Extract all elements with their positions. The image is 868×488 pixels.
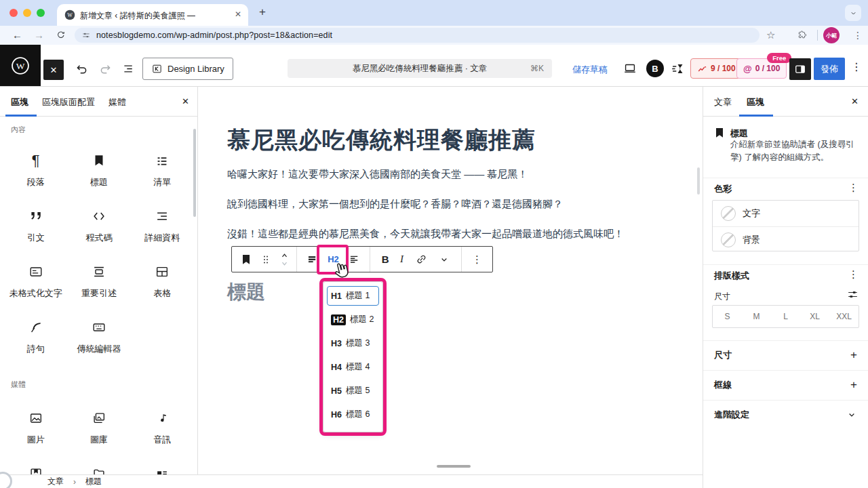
link-icon[interactable] xyxy=(415,253,428,266)
block-item-verse[interactable]: 詩句 xyxy=(4,319,67,356)
browser-tab[interactable]: W 新增文章 ‹ 諾特斯的美食護照 — ✕ xyxy=(57,4,248,26)
block-movers[interactable] xyxy=(279,251,290,268)
undo-icon[interactable] xyxy=(73,60,91,77)
canvas-resize-handle[interactable] xyxy=(437,465,471,468)
menu-item-h5[interactable]: H5 標題 5 xyxy=(323,379,382,403)
editor-options-icon[interactable]: ⋮ xyxy=(851,60,862,73)
bars-icon[interactable] xyxy=(306,253,319,266)
sidebar-scrollbar[interactable] xyxy=(193,129,196,217)
post-title[interactable]: 慕尼黑必吃傳統料理餐廳推薦 xyxy=(227,125,536,156)
text-color-row[interactable]: 文字 xyxy=(713,201,859,226)
menu-item-h1[interactable]: H1 標題 1 xyxy=(323,284,382,308)
forward-button[interactable]: → xyxy=(34,29,44,41)
wordpress-logo[interactable] xyxy=(0,45,41,86)
settings-panel-toggle[interactable] xyxy=(789,58,811,80)
block-options-icon[interactable]: ⋮ xyxy=(472,253,482,266)
document-overview-icon[interactable] xyxy=(119,60,137,77)
size-option-xl[interactable]: XL xyxy=(800,306,829,327)
redo-icon[interactable] xyxy=(96,60,114,77)
command-palette[interactable]: 慕尼黑必吃傳統料理餐廳推薦 · 文章 ⌘K xyxy=(288,59,552,78)
tab-search-button[interactable] xyxy=(845,5,861,21)
border-panel[interactable]: 框線 + xyxy=(703,370,868,400)
typography-options-icon[interactable]: ⋮ xyxy=(848,268,859,281)
profile-avatar[interactable]: 小範 xyxy=(823,27,840,43)
menu-item-h4[interactable]: H4 標題 4 xyxy=(323,355,382,379)
kadence-icon[interactable] xyxy=(669,60,686,77)
size-option-s[interactable]: S xyxy=(713,306,742,327)
block-item-image[interactable]: 圖片 xyxy=(4,409,67,447)
window-zoom-button[interactable] xyxy=(37,9,45,17)
menu-item-h3[interactable]: H3 標題 3 xyxy=(323,331,382,355)
window-close-button[interactable] xyxy=(9,9,18,17)
menu-item-h6[interactable]: H6 標題 6 xyxy=(323,403,382,426)
size-settings-sliders-icon[interactable] xyxy=(846,288,859,301)
menu-item-h2[interactable]: H2 標題 2 xyxy=(323,308,382,331)
size-option-xxl[interactable]: XXL xyxy=(829,306,859,327)
block-item-media-text[interactable] xyxy=(131,465,194,474)
tab-block[interactable]: 區塊 xyxy=(747,96,764,108)
color-options-icon[interactable]: ⋮ xyxy=(848,182,859,194)
typography-panel-title[interactable]: 排版樣式 xyxy=(714,270,749,282)
classic-editor-icon xyxy=(92,319,106,336)
paragraph-block[interactable]: 說到德國料理，大家第一個想到的是什麼呢？香腸？啤酒？還是德國豬腳？ xyxy=(227,198,675,211)
heading-block-icon[interactable] xyxy=(239,253,253,266)
block-item-classic[interactable]: 傳統編輯器 xyxy=(67,319,130,356)
bold-button[interactable]: B xyxy=(382,253,389,265)
advanced-panel[interactable]: 進階設定 xyxy=(703,400,868,430)
back-button[interactable]: ← xyxy=(12,29,22,41)
color-panel-title[interactable]: 色彩 xyxy=(714,183,732,195)
b-plugin-icon[interactable]: B xyxy=(646,60,664,77)
block-item-table[interactable]: 表格 xyxy=(131,263,194,300)
block-inserter-toggle[interactable]: ✕ xyxy=(43,60,64,80)
seo-score-badge[interactable]: @ 0 / 100 Free xyxy=(736,58,787,79)
inserter-close-icon[interactable]: ✕ xyxy=(182,96,189,106)
new-tab-button[interactable]: + xyxy=(259,5,266,19)
block-item-paragraph[interactable]: ¶ 段落 xyxy=(4,152,67,189)
canvas-scrollbar[interactable] xyxy=(697,167,700,195)
headline-score-badge[interactable]: 9 / 100 xyxy=(690,58,743,79)
breadcrumb-post[interactable]: 文章 xyxy=(47,476,64,487)
block-item-details[interactable]: 詳細資料 xyxy=(131,207,194,245)
block-item-code[interactable]: 程式碼 xyxy=(67,207,130,245)
block-item-audio[interactable]: 音訊 xyxy=(131,409,194,447)
block-item-gallery[interactable]: 圖庫 xyxy=(67,409,130,447)
italic-button[interactable]: I xyxy=(400,253,403,265)
heading-level-button[interactable]: H2 xyxy=(328,254,339,264)
publish-button[interactable]: 發佈 xyxy=(814,58,845,80)
tab-patterns[interactable]: 區塊版面配置 xyxy=(42,96,95,108)
size-option-l[interactable]: L xyxy=(771,306,800,327)
address-bar[interactable]: notesblogdemo.com/wp-admin/post.php?post… xyxy=(75,28,760,43)
block-item-heading[interactable]: 標題 xyxy=(67,152,130,189)
size-option-m[interactable]: M xyxy=(742,306,771,327)
tab-blocks[interactable]: 區塊 xyxy=(11,96,28,108)
block-item-quote[interactable]: 引文 xyxy=(4,207,67,245)
heading-block-placeholder[interactable]: 標題 xyxy=(227,279,265,305)
browser-menu-icon[interactable]: ⋮ xyxy=(853,30,863,41)
block-item-list[interactable]: 清單 xyxy=(131,152,194,189)
tab-post[interactable]: 文章 xyxy=(714,96,732,108)
breadcrumb-heading[interactable]: 標題 xyxy=(85,476,102,487)
save-draft-button[interactable]: 儲存草稿 xyxy=(572,64,608,76)
block-item-file[interactable] xyxy=(67,465,130,474)
window-minimize-button[interactable] xyxy=(23,9,31,17)
design-library-button[interactable]: Design Library xyxy=(142,58,233,80)
drag-handle-icon[interactable] xyxy=(260,253,272,266)
preview-laptop-icon[interactable] xyxy=(620,60,639,77)
background-color-row[interactable]: 背景 xyxy=(713,226,859,252)
tab-close-icon[interactable]: ✕ xyxy=(235,9,241,19)
site-info-icon[interactable] xyxy=(81,30,91,40)
paragraph-block[interactable]: 沒錯！這些都是經典的慕尼黑美食，今天就讓我帶著大家一起品嚐最道地的德式風味吧！ xyxy=(227,228,675,241)
text-align-icon[interactable] xyxy=(348,253,361,266)
tab-media[interactable]: 媒體 xyxy=(108,96,126,108)
block-item-cover[interactable] xyxy=(4,465,67,474)
paragraph-block[interactable]: 哈囉大家好！這次要帶大家深入德國南部的美食天堂 —— 慕尼黑！ xyxy=(227,168,675,181)
dimensions-panel[interactable]: 尺寸 + xyxy=(703,340,868,370)
block-item-preformatted[interactable]: 未格式化文字 xyxy=(4,263,67,300)
more-formats-chevron-icon[interactable] xyxy=(439,254,450,265)
bookmark-star-icon[interactable]: ☆ xyxy=(766,29,775,41)
block-item-pullquote[interactable]: 重要引述 xyxy=(67,263,130,300)
settings-close-icon[interactable]: ✕ xyxy=(851,96,859,106)
extensions-icon[interactable] xyxy=(796,29,808,41)
reload-button[interactable] xyxy=(56,30,66,40)
plus-icon: + xyxy=(850,378,857,392)
